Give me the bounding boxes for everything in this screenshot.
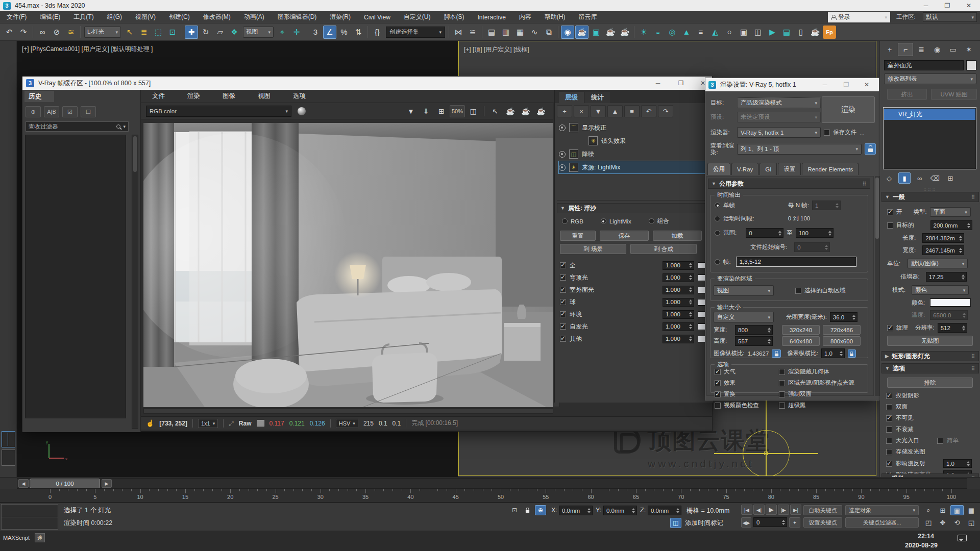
rendered-frame-window-icon[interactable]: ▣: [590, 26, 603, 39]
redo-icon[interactable]: ↷: [658, 105, 673, 117]
top-viewport-label[interactable]: [+] [顶] [用户定义] [线框]: [464, 45, 529, 54]
current-frame-field[interactable]: 0: [753, 517, 787, 527]
proxy-icon[interactable]: ◭: [708, 26, 722, 39]
utilities-tab-icon[interactable]: ✶: [961, 43, 976, 56]
light-multiplier-field[interactable]: 1.000: [663, 335, 694, 343]
save-file-browse[interactable]: ...: [860, 130, 865, 136]
maximize-viewport-icon[interactable]: ◱: [965, 517, 978, 528]
remove-modifier-icon[interactable]: ⌫: [929, 172, 941, 184]
option-value-field[interactable]: 1.0: [943, 459, 972, 468]
history-tab[interactable]: 历史: [24, 91, 54, 102]
track-bar-ruler[interactable]: 0510152025303540455055606570758085909510…: [0, 489, 980, 503]
remove-layer-icon[interactable]: ×: [574, 105, 589, 117]
light-icon[interactable]: ☀: [637, 26, 650, 39]
lightmix-light-row-2[interactable]: 室外面光1.000: [560, 284, 708, 296]
show-end-result-icon[interactable]: ▮: [898, 172, 911, 184]
single-frame-radio[interactable]: [715, 203, 720, 208]
reference-coordinate-dropdown[interactable]: 视图▾: [243, 27, 274, 38]
layer-row-1[interactable]: ✳镜头效果: [578, 135, 705, 147]
menu-item-9[interactable]: 渲染(R): [323, 11, 357, 23]
film-icon[interactable]: ▤: [780, 26, 793, 39]
selection-set-dropdown[interactable]: 选定对象▾: [845, 505, 919, 515]
rect-selection-region-icon[interactable]: ⬚: [152, 26, 165, 39]
vfb-maximize-button[interactable]: ❐: [671, 78, 691, 89]
zoom-region-icon[interactable]: ◰: [922, 517, 935, 528]
lister-icon[interactable]: ≡: [694, 26, 707, 39]
dome-light-icon[interactable]: ◒: [651, 26, 665, 39]
orbit-icon[interactable]: ⟲: [950, 517, 964, 528]
light-multiplier-field[interactable]: 1.000: [663, 286, 694, 294]
radio-icon[interactable]: [601, 218, 606, 224]
light-type-dropdown[interactable]: 平面 ▾: [930, 207, 971, 217]
cp-option-双面[interactable]: 双面: [886, 403, 908, 411]
region-render-icon[interactable]: ☕: [519, 105, 533, 117]
checkbox-icon[interactable]: [886, 415, 892, 421]
history-ab-compare-icon[interactable]: A|B: [44, 106, 59, 117]
rsd-tab-GI[interactable]: GI: [760, 163, 777, 175]
percent-snap-icon[interactable]: %: [337, 26, 351, 39]
exclude-button[interactable]: 排除: [887, 378, 973, 388]
select-manipulate-icon[interactable]: ✛: [290, 26, 303, 39]
image-aspect-lock-button[interactable]: [772, 349, 781, 358]
rsd-scrollbar[interactable]: [875, 176, 879, 396]
close-button[interactable]: ✕: [959, 0, 979, 11]
menu-item-14[interactable]: 内容: [512, 11, 538, 23]
fp-plugin-icon[interactable]: Fp: [823, 26, 836, 39]
cp-option-不可见[interactable]: 不可见: [886, 414, 914, 422]
ribbon-toggle-icon[interactable]: ▦: [513, 26, 527, 39]
undo-icon[interactable]: ↶: [3, 26, 16, 39]
checkbox-icon[interactable]: [886, 393, 892, 399]
stop-render-icon[interactable]: ☕: [534, 105, 548, 117]
schematic-view-icon[interactable]: ⧉: [542, 26, 555, 39]
lightmix-light-row-3[interactable]: 球1.000: [560, 296, 708, 308]
history-filter-input[interactable]: 查收过滤器 ▾: [26, 121, 129, 132]
zoom-extents-all-icon[interactable]: ▦: [965, 505, 978, 515]
add-layer-icon[interactable]: +: [557, 105, 572, 117]
light-enabled-checkbox[interactable]: [560, 311, 566, 317]
door-icon[interactable]: ▯: [794, 26, 807, 39]
visibility-eye-icon[interactable]: [559, 124, 566, 131]
lightmix-save-button[interactable]: 保存: [600, 231, 649, 241]
preset-dropdown[interactable]: 未选定预设 ▾: [737, 112, 821, 122]
workspace-dropdown[interactable]: 默认 ▾: [923, 12, 977, 22]
checkbox-icon[interactable]: [886, 404, 892, 410]
target-dropdown[interactable]: 产品级渲染模式 ▾: [737, 97, 821, 108]
mode-dropdown[interactable]: 颜色 ▾: [912, 285, 969, 295]
visibility-eye-icon[interactable]: [559, 164, 566, 171]
minimize-button[interactable]: ─: [916, 0, 936, 11]
menu-item-2[interactable]: 工具(T): [67, 11, 100, 23]
light-multiplier-field[interactable]: 1.000: [663, 261, 694, 270]
light-center-handle[interactable]: [764, 452, 768, 455]
select-by-name-icon[interactable]: ≣: [137, 26, 151, 39]
save-image-icon[interactable]: ▼: [404, 105, 418, 117]
cp-option-投射阴影[interactable]: 投射阴影: [886, 392, 919, 399]
light-enabled-checkbox[interactable]: [560, 274, 566, 281]
pixel-aspect-field[interactable]: 1.0: [821, 348, 845, 358]
play-anim-icon[interactable]: ▶: [766, 26, 779, 39]
light-enabled-checkbox[interactable]: [560, 287, 566, 293]
checkbox-icon[interactable]: [779, 369, 785, 375]
frames-radio[interactable]: [715, 259, 720, 265]
key-default-inout-icon[interactable]: ✦: [789, 517, 800, 528]
select-object-icon[interactable]: ↖: [123, 26, 136, 39]
lightmix-mode-LightMix[interactable]: LightMix: [601, 217, 631, 225]
width-field[interactable]: 800: [735, 325, 773, 335]
chat-bubble-icon[interactable]: [958, 535, 967, 541]
select-rotate-icon[interactable]: ↻: [199, 26, 212, 39]
resolution-field[interactable]: 512: [938, 323, 967, 333]
checkbox-icon[interactable]: [779, 403, 785, 409]
layer-row-3[interactable]: ☀来源: LightMix: [559, 161, 705, 173]
render-last-icon[interactable]: ☕: [503, 105, 518, 117]
angle-snap-icon[interactable]: ∠: [323, 26, 336, 39]
create-tab-icon[interactable]: +: [882, 43, 897, 56]
redo-icon[interactable]: ↷: [17, 26, 30, 39]
pixel-size-dropdown[interactable]: 1x1 ▾: [198, 419, 218, 428]
absolute-mode-icon[interactable]: ⊕: [535, 505, 546, 515]
preset-640x480-button[interactable]: 640x480: [782, 336, 820, 346]
light-multiplier-field[interactable]: 1.000: [663, 273, 694, 282]
menu-item-8[interactable]: 图形编辑器(D): [271, 11, 324, 23]
mirror-icon[interactable]: ⋈: [452, 26, 465, 39]
every-n-field[interactable]: 1: [812, 201, 841, 210]
preset-320x240-button[interactable]: 320x240: [782, 325, 820, 335]
range-start-field[interactable]: 0: [746, 228, 783, 238]
